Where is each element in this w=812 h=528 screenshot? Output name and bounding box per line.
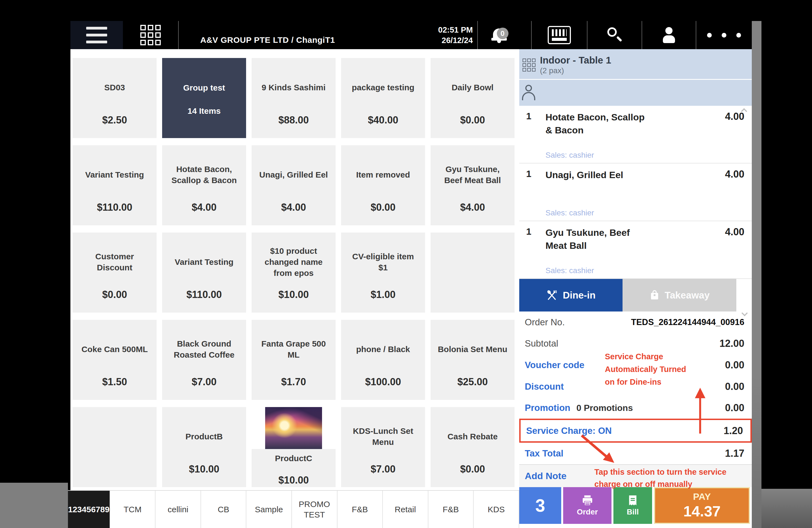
product-tile-group-test-selected[interactable]: Group test 14 Items (162, 58, 246, 138)
tab-dine-in[interactable]: Dine-in (519, 279, 623, 311)
product-name: $10 product changed name from epos (251, 233, 336, 289)
window-scrollbar[interactable] (752, 21, 762, 528)
product-name: Variant Testing (73, 145, 157, 202)
category-tab-retail[interactable]: Retail (383, 491, 429, 528)
product-tile-variant-testing-2[interactable]: Variant Testing $110.00 (162, 233, 246, 312)
product-tile-daily-bowl[interactable]: Daily Bowl $0.00 (431, 58, 514, 138)
order-line-item[interactable]: 1 Hotate Bacon, Scallop & Bacon 4.00 Sal… (519, 106, 752, 163)
product-price: $88.00 (251, 114, 336, 138)
product-tile-coke-can[interactable]: Coke Can 500ML $1.50 (73, 320, 157, 400)
item-name: Hotate Bacon, Scallop & Bacon (546, 111, 645, 137)
product-tile-fanta-grape[interactable]: Fanta Grape 500 ML $1.70 (251, 320, 336, 400)
category-tab-fnb-1[interactable]: F&B (337, 491, 383, 528)
product-tile-10-product[interactable]: $10 product changed name from epos $10.0… (251, 233, 336, 312)
promotion-count: 0 Promotions (576, 403, 633, 413)
category-tab-kds[interactable]: KDS (474, 491, 519, 528)
more-options-button[interactable] (696, 21, 752, 49)
top-bar: A&V GROUP PTE LTD / ChangiT1 02:51 PM 26… (70, 21, 752, 49)
product-name: ProductC (251, 449, 336, 474)
order-items-list: 1 Hotate Bacon, Scallop & Bacon 4.00 Sal… (519, 106, 752, 279)
product-name: Coke Can 500ML (73, 320, 157, 376)
category-tab-cb[interactable]: CB (201, 491, 247, 528)
voucher-code-link[interactable]: Voucher code (525, 360, 584, 370)
product-tile-hotate-bacon[interactable]: Hotate Bacon, Scallop & Bacon $4.00 (162, 145, 246, 225)
summary-row-tax: Tax Total 1.17 (519, 443, 752, 464)
product-tile-productc[interactable]: ProductC $10.00 (251, 407, 336, 487)
order-line-item[interactable]: 1 Unagi, Grilled Eel 4.00 Sales: cashier (519, 163, 752, 221)
keyboard-icon (548, 26, 571, 44)
product-tile-kds-lunch-set[interactable]: KDS-Lunch Set Menu $7.00 (341, 407, 425, 487)
clock: 02:51 PM 26/12/24 (408, 21, 477, 49)
category-tab-promo-test[interactable]: PROMO TEST (292, 491, 337, 528)
note-row: Add Note Tap this section to turn the se… (519, 464, 752, 487)
company-title: A&V GROUP PTE LTD / ChangiT1 (179, 21, 335, 49)
pay-amount: 14.37 (683, 503, 721, 520)
product-name: 9 Kinds Sashimi (251, 58, 336, 114)
category-tab-bar: 123456789 TCM cellini CB Sample PROMO TE… (68, 490, 519, 528)
time-text: 02:51 PM (438, 25, 473, 35)
group-item-count: 14 Items (188, 105, 221, 117)
product-price: $4.00 (162, 202, 246, 225)
menu-button[interactable] (70, 21, 123, 49)
search-button[interactable] (588, 21, 642, 49)
product-price: $0.00 (341, 202, 425, 225)
promotion-link[interactable]: Promotion (525, 402, 570, 413)
printer-icon (581, 495, 594, 507)
discount-link[interactable]: Discount (525, 381, 564, 392)
promotion-value: 0.00 (725, 402, 744, 414)
product-name: Unagi, Grilled Eel (251, 145, 336, 202)
item-price: 4.00 (725, 226, 752, 238)
annotation-service-charge: Service Charge Automatically Turned on f… (605, 350, 686, 388)
category-tab-123456789[interactable]: 123456789 (68, 491, 110, 528)
category-tab-cellini[interactable]: cellini (156, 491, 201, 528)
product-tile-package-testing[interactable]: package testing $40.00 (341, 58, 425, 138)
order-print-button[interactable]: Order (563, 487, 611, 524)
order-no-label: Order No. (525, 317, 565, 327)
summary-row-service-charge[interactable]: Service Charge: ON 1.20 (519, 419, 752, 443)
bill-button[interactable]: Bill (613, 487, 652, 524)
annotation-tap-note: Tap this section to turn the service cha… (594, 466, 755, 490)
action-buttons: 3 Order Bill PAY 14.37 (519, 487, 752, 525)
product-name: Gyu Tsukune, Beef Meat Ball (431, 145, 514, 202)
customer-icon (521, 85, 537, 101)
product-tile-gyu-tsukune[interactable]: Gyu Tsukune, Beef Meat Ball $4.00 (431, 145, 514, 225)
pay-button[interactable]: PAY 14.37 (654, 487, 750, 524)
product-tile-9-kinds-sashimi[interactable]: 9 Kinds Sashimi $88.00 (251, 58, 336, 138)
add-note-link[interactable]: Add Note (519, 471, 566, 481)
product-tile-empty[interactable] (73, 407, 157, 487)
category-tab-tcm[interactable]: TCM (110, 491, 156, 528)
product-price: $7.00 (341, 464, 425, 487)
order-line-item[interactable]: 1 Gyu Tsukune, Beef Meat Ball 4.00 Sales… (519, 221, 752, 279)
product-tile-phone-black[interactable]: phone / Black $100.00 (341, 320, 425, 400)
tab-takeaway[interactable]: Takeaway (623, 279, 736, 311)
product-tile-empty[interactable] (431, 233, 514, 312)
product-name: Hotate Bacon, Scallop & Bacon (162, 145, 246, 202)
table-header[interactable]: Indoor - Table 1 (2 pax) (519, 49, 752, 79)
category-tab-fnb-2[interactable]: F&B (429, 491, 474, 528)
item-count-button[interactable]: 3 (519, 487, 561, 524)
product-price: $0.00 (431, 464, 514, 487)
product-tile-item-removed[interactable]: Item removed $0.00 (341, 145, 425, 225)
subtotal-value: 12.00 (720, 338, 744, 349)
notifications-button[interactable]: 0 (478, 21, 531, 49)
product-tile-variant-testing[interactable]: Variant Testing $110.00 (73, 145, 157, 225)
customer-row[interactable] (519, 79, 752, 106)
apps-grid-button[interactable] (123, 21, 178, 49)
product-tile-productb[interactable]: ProductB $10.00 (162, 407, 246, 487)
profile-button[interactable] (642, 21, 696, 49)
product-tile-sd03[interactable]: SD03 $2.50 (73, 58, 157, 138)
product-tile-black-ground-coffee[interactable]: Black Ground Roasted Coffee $7.00 (162, 320, 246, 400)
service-charge-toggle[interactable]: Service Charge: ON (526, 426, 612, 436)
category-tab-sample[interactable]: Sample (246, 491, 292, 528)
keyboard-button[interactable] (532, 21, 587, 49)
product-tile-cash-rebate[interactable]: Cash Rebate $0.00 (431, 407, 514, 487)
product-name: Daily Bowl (431, 58, 514, 114)
service-charge-value: 1.20 (724, 425, 743, 437)
product-tile-customer-discount[interactable]: Customer Discount $0.00 (73, 233, 157, 312)
product-tile-unagi[interactable]: Unagi, Grilled Eel $4.00 (251, 145, 336, 225)
product-tile-cv-eligible[interactable]: CV-eligible item $1 $1.00 (341, 233, 425, 312)
item-salesperson: Sales: cashier (519, 151, 752, 163)
product-price: $4.00 (431, 202, 514, 225)
product-tile-bolonia-set[interactable]: Bolonia Set Menu $25.00 (431, 320, 514, 400)
order-type-tabs: Dine-in Takeaway (519, 279, 752, 311)
